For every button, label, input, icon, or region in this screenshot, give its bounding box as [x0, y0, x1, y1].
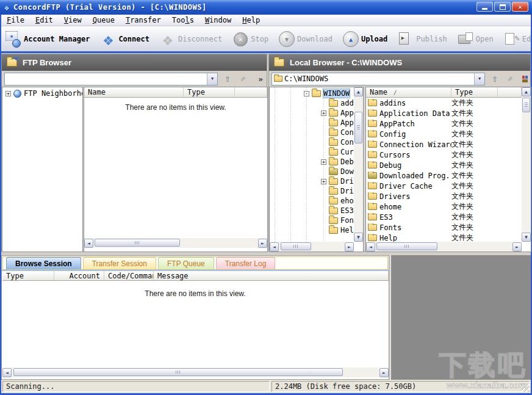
column-header-name[interactable]: Name — [84, 87, 184, 97]
file-row[interactable]: ehome 文件夹 — [366, 201, 522, 212]
file-row[interactable]: Application Data 文件夹 — [366, 108, 522, 118]
tree-item[interactable]: Hel — [270, 225, 354, 235]
column-header-type[interactable]: Type — [2, 271, 54, 280]
toolbar-button[interactable]: Account Manager — [5, 29, 90, 49]
scroll-thumb[interactable] — [281, 242, 311, 250]
file-row[interactable]: Drivers 文件夹 — [366, 191, 522, 201]
scroll-left-button[interactable]: ◄ — [270, 242, 279, 252]
column-header-type[interactable]: Type — [184, 87, 235, 97]
scroll-thumb[interactable] — [376, 242, 437, 250]
file-row[interactable]: Downloaded Prog... 文件夹 — [366, 170, 522, 181]
scroll-right-button[interactable]: ► — [512, 242, 522, 252]
column-header-account[interactable]: Account — [54, 271, 104, 280]
column-header-message[interactable]: Message — [154, 271, 389, 280]
tree-item[interactable]: Dow — [270, 167, 354, 176]
scroll-up-button[interactable]: ▲ — [354, 87, 363, 96]
file-row[interactable]: Driver Cache 文件夹 — [366, 181, 522, 191]
file-row[interactable]: AppPatch 文件夹 — [366, 118, 522, 129]
session-tab[interactable]: Transfer Log — [216, 257, 276, 269]
local-address-input[interactable] — [282, 74, 474, 84]
scroll-thumb[interactable] — [522, 98, 530, 112]
session-tab[interactable]: FTP Queue — [158, 257, 214, 269]
scroll-left-button[interactable]: ◄ — [2, 368, 12, 377]
file-row[interactable]: Fonts 文件夹 — [366, 222, 522, 233]
local-list-vscrollbar[interactable]: ▲ ▼ — [522, 87, 531, 242]
menu-item[interactable]: Tools — [167, 15, 200, 26]
toolbar-button[interactable]: Publish — [397, 29, 447, 49]
tree-item[interactable]: + Dri — [270, 176, 354, 186]
scroll-right-button[interactable]: ► — [258, 239, 267, 248]
ftp-toolbar-overflow-chevron[interactable]: » — [258, 74, 263, 84]
toolbar-button[interactable]: Disconnect — [159, 29, 222, 49]
scroll-right-button[interactable]: ► — [379, 368, 389, 377]
toolbar-button[interactable]: Stop — [232, 29, 268, 49]
tree-item[interactable]: Con — [270, 137, 354, 147]
close-button[interactable]: ✕ — [512, 2, 528, 12]
maximize-button[interactable] — [494, 2, 511, 12]
tree-item[interactable]: Con — [270, 128, 354, 137]
toolbar-button[interactable]: Connect — [99, 29, 149, 49]
menu-item[interactable]: Transfer — [120, 15, 167, 26]
file-row[interactable]: Debug 文件夹 — [366, 160, 522, 170]
file-row[interactable]: Connection Wizard 文件夹 — [366, 139, 522, 150]
column-header-name[interactable]: Name/ — [366, 87, 451, 97]
scroll-thumb[interactable] — [13, 368, 343, 376]
toolbar-button[interactable]: Open — [457, 29, 494, 49]
file-row[interactable]: Cursors 文件夹 — [366, 150, 522, 160]
scroll-left-button[interactable]: ◄ — [366, 242, 375, 252]
ftp-address-dropdown-button[interactable]: ▼ — [207, 73, 217, 85]
tree-item[interactable]: eho — [270, 196, 354, 206]
local-list-hscrollbar[interactable]: ◄ ► — [366, 242, 522, 252]
toolbar-button[interactable]: Upload — [342, 29, 387, 49]
scroll-left-button[interactable]: ◄ — [84, 239, 93, 248]
column-header-type[interactable]: Type — [451, 87, 498, 97]
local-address-dropdown-button[interactable]: ▼ — [474, 73, 484, 85]
minimize-button[interactable] — [476, 2, 493, 12]
toolbar-button[interactable]: Download — [278, 29, 332, 49]
expander-icon[interactable]: + — [321, 111, 326, 116]
session-tab[interactable]: Browse Session — [6, 257, 81, 269]
local-edit-path-button[interactable]: ✎ — [505, 73, 517, 85]
scroll-thumb[interactable] — [354, 112, 362, 143]
scroll-down-button[interactable]: ▼ — [354, 233, 363, 242]
file-row[interactable]: Config 文件夹 — [366, 129, 522, 139]
ftp-up-directory-button[interactable]: ⇧ — [221, 73, 234, 85]
scroll-up-button[interactable]: ▲ — [522, 87, 531, 96]
menu-item[interactable]: Edit — [30, 15, 59, 26]
menu-item[interactable]: File — [1, 15, 30, 26]
resize-grip[interactable] — [521, 383, 530, 392]
local-tree-hscrollbar[interactable]: ◄ ► — [270, 242, 354, 252]
expander-icon[interactable]: - — [304, 91, 309, 96]
local-view-button[interactable] — [520, 73, 529, 85]
menu-item[interactable]: Queue — [87, 15, 120, 26]
ftp-address-input[interactable] — [5, 74, 207, 84]
ftp-tree-item[interactable]: + FTP Neighborhood — [2, 87, 82, 97]
tree-item[interactable]: + App — [270, 108, 354, 118]
expander-icon[interactable]: + — [5, 91, 11, 96]
scroll-right-button[interactable]: ► — [345, 242, 354, 252]
tree-item[interactable]: - WINDOW — [270, 89, 354, 98]
file-row[interactable]: Help 文件夹 — [366, 233, 522, 242]
tree-item[interactable]: ES3 — [270, 206, 354, 216]
toolbar-button[interactable]: Edit — [503, 29, 531, 49]
file-row[interactable]: addins 文件夹 — [366, 98, 522, 108]
scroll-down-button[interactable]: ▼ — [522, 233, 531, 242]
tree-item[interactable]: Cur — [270, 147, 354, 157]
tree-item[interactable]: Dri — [270, 186, 354, 196]
column-header-code-command[interactable]: Code/Comman... — [104, 271, 154, 280]
local-tree-vscrollbar[interactable]: ▲ ▼ — [354, 87, 363, 242]
ftp-edit-path-button[interactable]: ✎ — [237, 73, 250, 85]
tree-item[interactable]: add — [270, 98, 354, 108]
menu-item[interactable]: View — [59, 15, 87, 26]
menu-item[interactable]: Window — [200, 15, 237, 26]
tree-item[interactable]: Fon — [270, 216, 354, 225]
file-row[interactable]: ES3 文件夹 — [366, 212, 522, 222]
session-hscrollbar[interactable]: ◄ ► — [2, 368, 389, 377]
session-tab[interactable]: Transfer Session — [83, 257, 156, 269]
local-up-directory-button[interactable]: ⇧ — [489, 73, 501, 85]
tree-item[interactable]: + Deb — [270, 157, 354, 167]
ftp-list-hscrollbar[interactable]: ◄ ► — [84, 238, 267, 248]
tree-item[interactable]: App — [270, 118, 354, 128]
expander-icon[interactable]: + — [321, 179, 326, 184]
menu-item[interactable]: Help — [237, 15, 265, 26]
